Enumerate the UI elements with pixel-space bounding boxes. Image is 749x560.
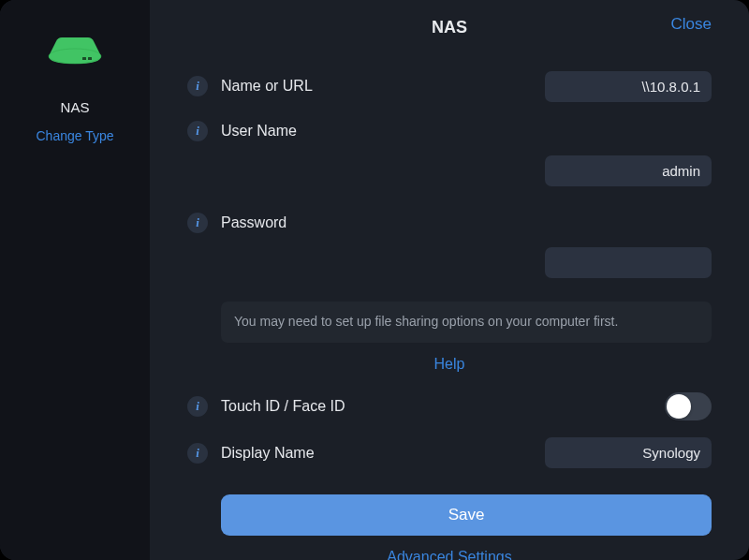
hint-text: You may need to set up file sharing opti… — [221, 302, 712, 343]
label-name-url: Name or URL — [221, 78, 313, 95]
sidebar-device-label: NAS — [61, 99, 90, 115]
label-touchid: Touch ID / Face ID — [221, 398, 345, 415]
password-input[interactable] — [545, 247, 712, 278]
change-type-link[interactable]: Change Type — [36, 128, 113, 143]
label-display-name: Display Name — [221, 445, 315, 462]
close-button[interactable]: Close — [671, 15, 712, 34]
name-url-input[interactable] — [545, 71, 712, 102]
nas-device-icon — [47, 28, 103, 66]
save-button[interactable]: Save — [221, 494, 712, 536]
label-username: User Name — [221, 123, 297, 140]
sidebar: NAS Change Type — [0, 0, 150, 560]
touchid-toggle[interactable] — [665, 392, 712, 420]
info-icon[interactable]: i — [187, 121, 208, 141]
page-title: NAS — [432, 18, 467, 37]
row-username: i User Name — [187, 114, 712, 148]
help-link[interactable]: Help — [187, 356, 712, 373]
header: NAS Close — [187, 0, 712, 54]
info-icon[interactable]: i — [187, 443, 208, 464]
svg-rect-2 — [82, 57, 86, 60]
svg-rect-3 — [88, 57, 92, 60]
main-panel: NAS Close i Name or URL i User Name i Pa… — [150, 0, 749, 560]
row-display-name: i Display Name — [187, 436, 712, 470]
toggle-knob — [667, 394, 691, 419]
row-password-input — [187, 245, 712, 279]
label-password: Password — [221, 214, 286, 231]
row-password: i Password — [187, 206, 712, 240]
username-input[interactable] — [545, 155, 712, 186]
display-name-input[interactable] — [545, 437, 712, 468]
row-name-url: i Name or URL — [187, 69, 712, 103]
row-username-input — [187, 154, 712, 187]
info-icon[interactable]: i — [187, 396, 208, 417]
advanced-settings-link[interactable]: Advanced Settings — [187, 549, 712, 560]
row-touchid: i Touch ID / Face ID — [187, 390, 712, 423]
info-icon[interactable]: i — [187, 213, 208, 233]
info-icon[interactable]: i — [187, 76, 208, 96]
form: i Name or URL i User Name i Password You… — [187, 69, 712, 560]
